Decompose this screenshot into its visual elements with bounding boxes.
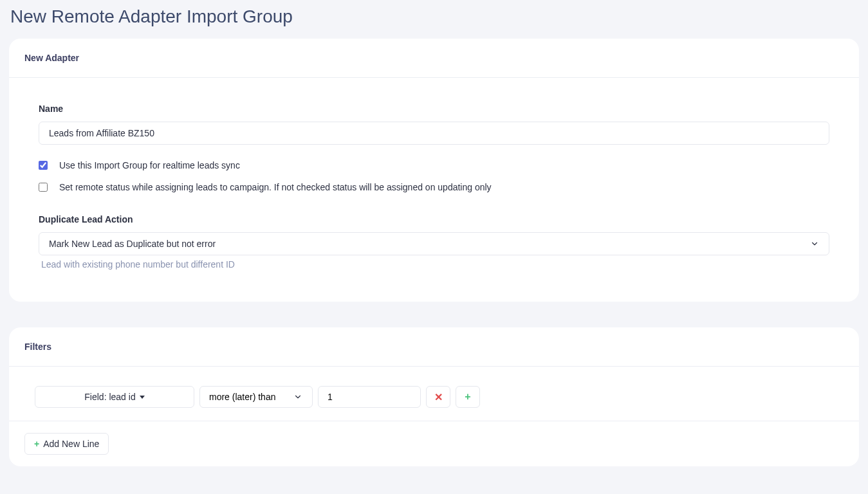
duplicate-action-group: Duplicate Lead Action Mark New Lead as D… bbox=[39, 214, 829, 270]
add-filter-button[interactable]: + bbox=[456, 386, 480, 408]
new-adapter-header: New Adapter bbox=[9, 39, 859, 78]
duplicate-action-label: Duplicate Lead Action bbox=[39, 214, 829, 224]
filter-row: Field: lead id more (later) than ✕ + bbox=[35, 386, 833, 408]
duplicate-action-help: Lead with existing phone number but diff… bbox=[41, 259, 829, 270]
filters-card: Filters Field: lead id more (later) than… bbox=[9, 327, 859, 466]
filters-body: Field: lead id more (later) than ✕ + bbox=[9, 367, 859, 421]
name-input[interactable] bbox=[39, 122, 829, 145]
remote-status-label: Set remote status while assigning leads … bbox=[59, 182, 492, 192]
plus-icon: + bbox=[465, 391, 470, 403]
duplicate-action-select[interactable]: Mark New Lead as Duplicate but not error bbox=[39, 232, 829, 255]
page-title: New Remote Adapter Import Group bbox=[9, 0, 859, 39]
filter-operator-wrapper: more (later) than bbox=[199, 386, 313, 408]
realtime-sync-row: Use this Import Group for realtime leads… bbox=[39, 160, 829, 170]
new-adapter-body: Name Use this Import Group for realtime … bbox=[9, 78, 859, 302]
plus-icon: + bbox=[34, 439, 39, 449]
remote-status-row: Set remote status while assigning leads … bbox=[39, 182, 829, 192]
name-group: Name bbox=[39, 104, 829, 145]
name-label: Name bbox=[39, 104, 829, 114]
caret-down-icon bbox=[140, 396, 145, 399]
filter-value-input[interactable] bbox=[318, 386, 421, 408]
close-icon: ✕ bbox=[434, 391, 443, 403]
filter-field-dropdown[interactable]: Field: lead id bbox=[35, 386, 194, 408]
realtime-sync-checkbox[interactable] bbox=[39, 161, 48, 170]
filters-header: Filters bbox=[9, 327, 859, 367]
new-adapter-card: New Adapter Name Use this Import Group f… bbox=[9, 39, 859, 302]
add-new-line-button[interactable]: + Add New Line bbox=[24, 433, 109, 455]
filters-footer: + Add New Line bbox=[9, 421, 859, 466]
remove-filter-button[interactable]: ✕ bbox=[426, 386, 450, 408]
filter-operator-select[interactable]: more (later) than bbox=[199, 386, 313, 408]
remote-status-checkbox[interactable] bbox=[39, 183, 48, 192]
filter-field-label: Field: lead id bbox=[84, 392, 135, 402]
realtime-sync-label: Use this Import Group for realtime leads… bbox=[59, 160, 240, 170]
duplicate-action-select-wrapper: Mark New Lead as Duplicate but not error bbox=[39, 232, 829, 255]
add-new-line-label: Add New Line bbox=[43, 439, 99, 449]
